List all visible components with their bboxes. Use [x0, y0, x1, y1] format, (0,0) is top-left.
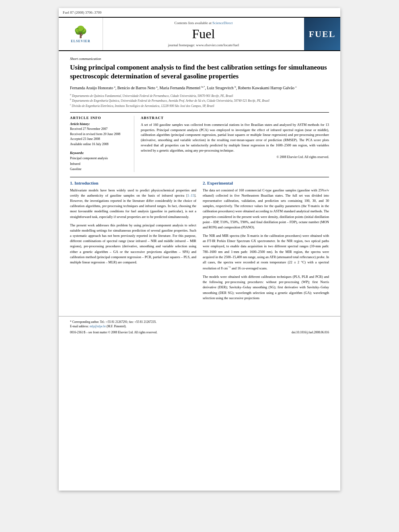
online-date: Available online 16 July 2008 — [70, 142, 129, 147]
abstract-heading: ABSTRACT — [141, 116, 329, 120]
info-abstract-section: ARTICLE INFO Article history: Received 2… — [70, 116, 329, 172]
article-body: Short communication Using principal comp… — [59, 51, 340, 312]
keywords-label: Keywords: — [70, 151, 129, 155]
journal-center: Contents lists available at ScienceDirec… — [103, 18, 304, 50]
journal-citation: Fuel 87 (2008) 3706–3709 — [63, 10, 101, 14]
accepted-date: Accepted 23 June 2008 — [70, 137, 129, 142]
fuel-logo-text: FUEL — [309, 29, 336, 39]
footer-email-name: (M.F. Pimentel). — [107, 325, 126, 328]
experimental-col: 2. Experimental The data set consisted o… — [203, 181, 329, 304]
authors-line: Fernanda Araújo Honorato a, Benício de B… — [70, 85, 329, 91]
experimental-para-3: The models were obtained with different … — [203, 274, 329, 301]
footer-email: E-mail address: mfp@ufpe.br (M.F. Piment… — [70, 324, 329, 329]
footer-corresponding-note: * Corresponding author. Tel.: +55 81 212… — [70, 320, 329, 324]
affiliation-b: b Departamento de Engenharia Química, Un… — [70, 98, 329, 103]
footer-doi: doi:10.1016/j.fuel.2008.06.016 — [292, 331, 329, 334]
abstract-text: A set of 160 gasoline samples was collec… — [141, 122, 329, 153]
elsevier-text: ELSEVIER — [71, 39, 90, 43]
keywords-block: Keywords: Principal component analysis I… — [70, 151, 129, 172]
article-title: Using principal component analysis to fi… — [70, 63, 329, 81]
journal-name: Fuel — [192, 27, 215, 41]
experimental-para-1: The data set consisted of 160 commercial… — [203, 188, 329, 230]
elsevier-logo: 🌳 ELSEVIER — [59, 18, 103, 50]
experimental-title: 2. Experimental — [203, 181, 329, 185]
elsevier-tree-icon: 🌳 — [74, 25, 88, 39]
section-tag: Short communication — [70, 57, 329, 61]
experimental-title-text: Experimental — [207, 181, 233, 185]
logo-banner: 🌳 ELSEVIER Contents lists available at S… — [59, 18, 340, 51]
keyword-3: Gasoline — [70, 166, 129, 172]
abstract-col: ABSTRACT A set of 160 gasoline samples w… — [141, 116, 329, 172]
affiliations: a Departamento de Química Fundamental, U… — [70, 93, 329, 108]
intro-title-text: Introduction — [74, 181, 99, 185]
intro-para-1: Multivariate models have been widely use… — [70, 188, 196, 220]
footer-issn: 0016-2361/$ – see front matter © 2008 El… — [70, 331, 157, 334]
article-info-col: ARTICLE INFO Article history: Received 2… — [70, 116, 134, 172]
divider-1 — [70, 112, 329, 113]
divider-2 — [70, 177, 329, 177]
copyright: © 2008 Elsevier Ltd. All rights reserved… — [141, 155, 329, 159]
revised-date: Received in revised form 20 June 2008 — [70, 132, 129, 137]
page-footer: * Corresponding author. Tel.: +55 81 212… — [59, 316, 340, 337]
intro-col: 1. Introduction Multivariate models have… — [70, 181, 196, 304]
sciencedirect-link: Contents lists available at ScienceDirec… — [175, 21, 233, 25]
keyword-1: Principal component analysis — [70, 156, 129, 161]
footer-email-address[interactable]: mfp@ufpe.br — [90, 325, 106, 328]
page: Fuel 87 (2008) 3706–3709 🌳 ELSEVIER Cont… — [59, 8, 340, 491]
intro-title: 1. Introduction — [70, 181, 196, 185]
sciencedirect-anchor[interactable]: ScienceDirect — [212, 21, 232, 25]
affiliation-a: a Departamento de Química Fundamental, U… — [70, 93, 329, 98]
received-date: Received 27 November 2007 — [70, 127, 129, 132]
article-history-label: Article history: — [70, 122, 129, 126]
experimental-para-2: The NIR and MIR spectra (the X-matrix in… — [203, 233, 329, 271]
journal-homepage: journal homepage: www.elsevier.com/locat… — [168, 43, 239, 47]
keyword-2: Infrared — [70, 161, 129, 167]
fuel-logo-box: FUEL — [304, 18, 340, 50]
article-info-heading: ARTICLE INFO — [70, 116, 129, 120]
affiliation-c: c Divisão de Engenharia Eletrônica, Inst… — [70, 103, 329, 108]
journal-header: Fuel 87 (2008) 3706–3709 — [59, 8, 340, 18]
intro-para-2: The present work addresses this problem … — [70, 223, 196, 265]
article-history-block: Article history: Received 27 November 20… — [70, 122, 129, 147]
main-content: 1. Introduction Multivariate models have… — [70, 181, 329, 304]
footer-bottom: 0016-2361/$ – see front matter © 2008 El… — [70, 331, 329, 334]
